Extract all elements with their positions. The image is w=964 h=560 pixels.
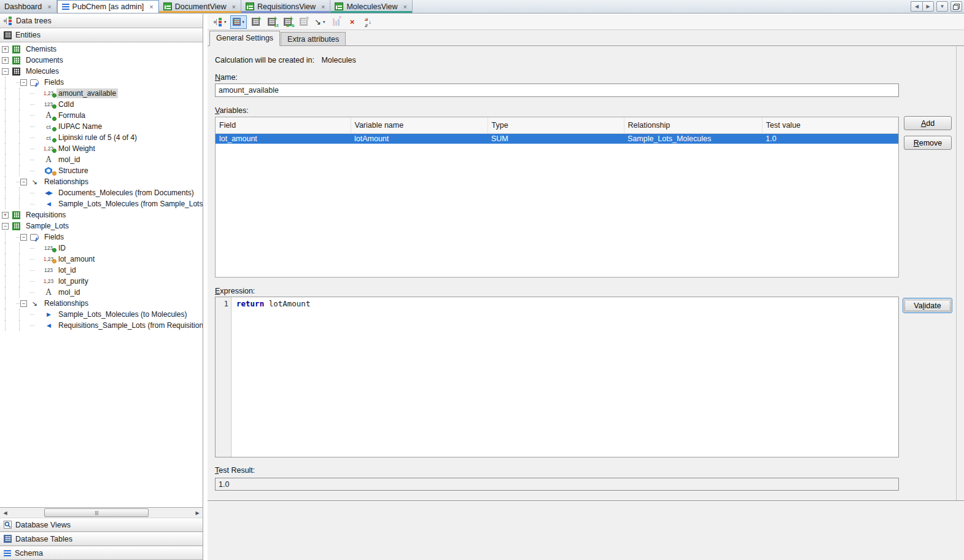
tree-item-relationships[interactable]: −↘Relationships <box>0 298 203 309</box>
tab-close-icon[interactable]: × <box>403 3 408 10</box>
tab-close-icon[interactable]: × <box>149 3 154 10</box>
tree-item-structure[interactable]: Structure <box>0 165 203 176</box>
tree-horizontal-scrollbar[interactable]: ◀ ▶ <box>0 507 203 518</box>
name-input[interactable]: amount_available <box>215 84 899 97</box>
sort-button[interactable]: az↓ <box>360 15 375 29</box>
dropdown-caret-icon[interactable]: ▾ <box>323 20 325 25</box>
validate-button[interactable]: Validate <box>903 298 952 313</box>
database-views-panel-header[interactable]: Database Views <box>0 518 203 532</box>
integer-field-icon: 123 <box>43 101 54 107</box>
panel-label: Database Views <box>15 521 71 529</box>
new-calculated-field-button[interactable]: +ct <box>264 15 279 29</box>
grid-view-selector[interactable]: ▾ <box>230 15 247 29</box>
relationships-folder-icon: ↘ <box>31 300 37 308</box>
tree-item-documents-molecules-from-documents[interactable]: ◀▶Documents_Molecules (from Documents) <box>0 187 203 198</box>
tab-close-icon[interactable]: × <box>231 3 236 10</box>
tree-item-mol-id[interactable]: Amol_id <box>0 154 203 165</box>
scroll-tabs-right-button[interactable]: ▶ <box>922 1 934 12</box>
scrollbar-right-arrow[interactable]: ▶ <box>192 508 203 518</box>
entities-section-header[interactable]: Entities <box>0 28 203 42</box>
collapse-icon[interactable]: − <box>2 68 9 75</box>
window-tab-documentview[interactable]: DocumentView× <box>159 0 241 13</box>
tree-item-mol-id[interactable]: Amol_id <box>0 287 203 298</box>
window-tab-requisitionsview[interactable]: RequisitionsView× <box>241 0 330 13</box>
tree-item-label: CdId <box>56 99 76 109</box>
collapse-icon[interactable]: − <box>20 79 27 86</box>
collapse-icon[interactable]: − <box>2 223 9 230</box>
tree-item-lot-purity[interactable]: 1,23lot_purity <box>0 276 203 287</box>
green-badge-icon <box>52 93 56 98</box>
column-header-relationship[interactable]: Relationship <box>624 117 762 133</box>
variables-table[interactable]: FieldVariable nameTypeRelationshipTest v… <box>215 117 899 278</box>
window-tab-moleculesview[interactable]: MoleculesView× <box>330 0 413 13</box>
data-tree-selector[interactable]: ▾ <box>211 15 229 29</box>
tree-item-cdid[interactable]: 123CdId <box>0 99 203 110</box>
tree-item-label: Structure <box>56 166 90 176</box>
delete-button[interactable]: × <box>344 15 359 29</box>
expand-icon[interactable]: + <box>2 46 9 53</box>
tree-item-amount-available[interactable]: 1,23amount_available <box>0 88 203 99</box>
relationships-folder-icon: ↘ <box>29 178 40 186</box>
expression-code[interactable]: return lotAmount <box>236 299 310 308</box>
tree-item-chemists[interactable]: +Chemists <box>0 44 203 55</box>
window-tab-pubchem-as-admin[interactable]: PubChem [as admin]× <box>57 0 159 13</box>
column-header-test-value[interactable]: Test value <box>762 117 898 133</box>
expand-icon[interactable]: + <box>2 212 9 219</box>
new-field-button[interactable]: +a+b <box>280 15 295 29</box>
collapse-icon[interactable]: − <box>20 300 27 307</box>
tree-item-fields[interactable]: −Fields <box>0 77 203 88</box>
tree-item-formula[interactable]: AFormula <box>0 110 203 121</box>
restore-window-button[interactable] <box>950 1 962 12</box>
tree-item-sample-lots[interactable]: −Sample_Lots <box>0 220 203 231</box>
tree-item-relationships[interactable]: −↘Relationships <box>0 176 203 187</box>
green-badge-icon <box>52 149 56 153</box>
table-row[interactable]: lot_amountlotAmountSUMSample_Lots_Molecu… <box>216 133 898 144</box>
tab-extra-attributes[interactable]: Extra attributes <box>281 32 346 45</box>
sort-az-icon: az↓ <box>365 16 371 28</box>
window-tab-dashboard[interactable]: Dashboard× <box>0 0 57 13</box>
table-cell: Sample_Lots_Molecules <box>624 133 762 144</box>
tree-item-documents[interactable]: +Documents <box>0 55 203 66</box>
tree-item-requisitions[interactable]: +Requisitions <box>0 209 203 220</box>
database-tables-panel-header[interactable]: Database Tables <box>0 532 203 546</box>
scroll-tabs-left-button[interactable]: ◀ <box>911 1 922 12</box>
tree-item-fields[interactable]: −Fields <box>0 231 203 243</box>
tree-item-mol-weight[interactable]: 1,23Mol Weight <box>0 143 203 154</box>
promote-entity-icon <box>300 18 308 26</box>
column-header-field[interactable]: Field <box>216 117 351 133</box>
remove-variable-button[interactable]: Remove <box>904 136 952 150</box>
created-in-value: Molecules <box>321 56 356 64</box>
text-field-icon: A <box>43 288 54 297</box>
tree-item-sample-lots-molecules-to-molecules[interactable]: ▶Sample_Lots_Molecules (to Molecules) <box>0 309 203 320</box>
table-icon <box>4 535 12 543</box>
tree-item-lipinski-rule-of-5-4-of-4[interactable]: ctLipinski rule of 5 (4 of 4) <box>0 132 203 143</box>
collapse-icon[interactable]: − <box>20 234 27 241</box>
new-entity-button[interactable]: + <box>248 15 263 29</box>
tree-item-id[interactable]: 123ID <box>0 243 203 254</box>
tab-list-dropdown-button[interactable]: ▼ <box>936 1 948 12</box>
schema-panel-header[interactable]: Schema <box>0 546 203 560</box>
tree-item-requisitions-sample-lots-from-requisitions[interactable]: ◀Requisitions_Sample_Lots (from Requisit… <box>0 320 203 331</box>
expand-icon[interactable]: + <box>2 57 9 64</box>
new-relationship-button[interactable]: ↘▾ <box>312 15 327 29</box>
tree-item-sample-lots-molecules-from-sample-lots[interactable]: ◀Sample_Lots_Molecules (from Sample_Lots… <box>0 198 203 209</box>
scrollbar-track[interactable] <box>10 508 192 518</box>
dropdown-caret-icon[interactable]: ▾ <box>224 20 227 25</box>
column-header-variable-name[interactable]: Variable name <box>351 117 488 133</box>
add-variable-button[interactable]: Add <box>904 116 952 130</box>
tab-close-icon[interactable]: × <box>47 3 52 10</box>
tree-item-lot-amount[interactable]: 1,23lot_amount <box>0 254 203 265</box>
collapse-icon[interactable]: − <box>20 179 27 185</box>
tree-item-molecules[interactable]: −Molecules <box>0 66 203 77</box>
tree-item-iupac-name[interactable]: ctIUPAC Name <box>0 121 203 132</box>
column-header-type[interactable]: Type <box>488 117 624 133</box>
data-trees-panel-header[interactable]: Data trees <box>0 14 203 28</box>
tab-close-icon[interactable]: × <box>321 3 325 10</box>
expression-editor[interactable]: 1 return lotAmount <box>215 297 899 457</box>
scrollbar-thumb[interactable] <box>44 508 149 517</box>
scrollbar-left-arrow[interactable]: ◀ <box>0 508 10 518</box>
tab-general-settings[interactable]: General Settings <box>209 31 280 46</box>
tree-item-lot-id[interactable]: 123lot_id <box>0 265 203 276</box>
dropdown-caret-icon[interactable]: ▾ <box>243 20 245 25</box>
grid-view-icon <box>246 2 254 10</box>
